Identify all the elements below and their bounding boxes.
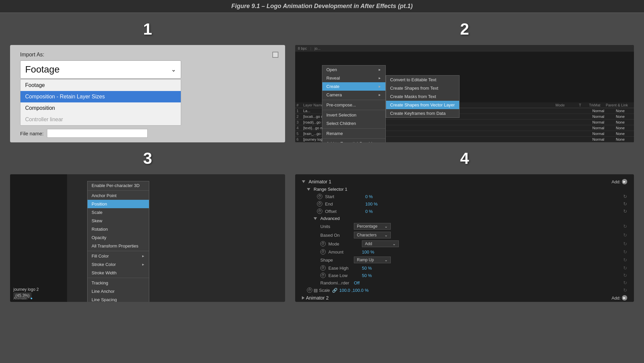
bpc-separator: | <box>310 46 311 50</box>
ease-low-reset-icon[interactable]: ↻ <box>623 273 627 278</box>
units-reset-icon[interactable]: ↻ <box>623 224 627 229</box>
add-button[interactable]: Add: ► <box>611 179 627 184</box>
submenu-item-shapes-from-text[interactable]: Create Shapes from Text <box>386 84 459 92</box>
adv-amount-value[interactable]: 100 % <box>362 249 374 255</box>
panel1-checkbox[interactable] <box>272 52 278 58</box>
ctx-open-arrow-icon: ► <box>378 68 381 72</box>
cm3-item-opacity[interactable]: Opacity <box>88 233 149 242</box>
panel3-animate: (45.3%) journey logo 2 Enable Per-charac… <box>10 174 285 302</box>
cm3-separator1 <box>88 190 149 191</box>
import-as-label: Import As: <box>20 52 275 58</box>
animator2-add-button[interactable]: Add: ► <box>611 295 627 301</box>
cm3-item-line-anchor[interactable]: Line Anchor <box>88 287 149 296</box>
prop-end-value[interactable]: 100 % <box>365 201 623 207</box>
animator1-title: Animator 1 <box>309 179 331 184</box>
amount-reset-icon[interactable]: ↻ <box>623 249 627 255</box>
animate-dot-icon: ● <box>30 296 33 300</box>
mode-reset-icon[interactable]: ↻ <box>623 241 627 246</box>
prop-offset-value[interactable]: 0 % <box>365 209 623 214</box>
submenu-item-masks-from-text[interactable]: Create Masks from Text <box>386 92 459 101</box>
scale-label: Scale <box>319 288 330 293</box>
scale-value[interactable]: 100.0 ,100.0 % <box>339 288 369 293</box>
adv-ease-high-value[interactable]: 50 % <box>362 266 372 271</box>
stopwatch-end-icon: ⏱ <box>317 201 322 207</box>
cm3-item-rotation[interactable]: Rotation <box>88 225 149 233</box>
stopwatch-ease-high-icon: ⏱ <box>320 265 326 271</box>
animator1-collapse-icon[interactable] <box>302 180 305 183</box>
mode-dropdown[interactable]: Add ⌄ <box>362 240 399 247</box>
animator2-row: Animator 2 Add: ► <box>302 294 627 302</box>
submenu-item-keyframes-from-data[interactable]: Create Keyframes from Data <box>386 109 459 118</box>
ctx-create-arrow-icon: ► <box>378 85 381 88</box>
scale-reset-icon[interactable]: ↻ <box>623 287 627 293</box>
cm3-stroke-color-arrow-icon: ► <box>142 263 145 266</box>
section4-number: 4 <box>295 149 634 168</box>
page-title: Figure 9.1 – Logo Animation Development … <box>231 3 413 9</box>
comp-name: jo... <box>315 46 321 50</box>
adv-based-on-label: Based On <box>320 233 354 238</box>
animator2-add-circle-icon: ► <box>622 295 627 301</box>
dropdown-item-footage[interactable]: Footage <box>20 80 181 91</box>
ctx-item-create[interactable]: Create ► <box>322 82 385 91</box>
units-dropdown[interactable]: Percentage ⌄ <box>354 223 391 230</box>
section3-number: 3 <box>10 149 285 168</box>
cm3-item-stroke-width[interactable]: Stroke Width <box>88 269 149 277</box>
cm3-separator3 <box>88 278 149 278</box>
cm3-fill-color-arrow-icon: ► <box>142 254 145 258</box>
advanced-collapse-icon[interactable] <box>314 217 317 220</box>
ctx-item-open[interactable]: Open ► <box>322 65 385 74</box>
ctx-item-reveal[interactable]: Reveal ► <box>322 74 385 82</box>
adv-mode-label: Mode <box>328 241 362 246</box>
prop-start-reset-icon[interactable]: ↻ <box>623 194 627 199</box>
adv-randomize-value[interactable]: Off <box>354 280 360 285</box>
cm3-separator2 <box>88 251 149 251</box>
adv-ease-low-value[interactable]: 50 % <box>362 273 372 278</box>
ctx-item-camera[interactable]: Camera ► <box>322 91 385 99</box>
scale-row: ⏱ ▤ Scale 🔗 100.0 ,100.0 % ↻ <box>302 286 627 294</box>
dropdown-item-composition-retain[interactable]: Composition - Retain Layer Sizes <box>20 91 181 102</box>
animator2-expand-icon[interactable] <box>302 296 305 300</box>
cm3-item-fill-color[interactable]: Fill Color ► <box>88 252 149 260</box>
prop-end-reset-icon[interactable]: ↻ <box>623 201 627 207</box>
cm3-item-scale[interactable]: Scale <box>88 208 149 217</box>
adv-randomize-label: Randomi...rder <box>320 280 354 285</box>
cm3-item-stroke-color[interactable]: Stroke Color ► <box>88 260 149 269</box>
cm3-item-skew[interactable]: Skew <box>88 217 149 225</box>
animator1-header: Animator 1 Add: ► <box>302 178 627 186</box>
ctx-item-rename[interactable]: Rename <box>322 129 385 138</box>
ctx-item-invert-selection[interactable]: Invert Selection <box>322 111 385 119</box>
cm3-item-anchor-point[interactable]: Anchor Point <box>88 191 149 200</box>
scale-link-icon: 🔗 <box>332 288 337 293</box>
cm3-item-position[interactable]: Position <box>88 200 149 208</box>
range-selector-title: Range Selector 1 <box>314 187 347 192</box>
ctx-item-precompose[interactable]: Pre-compose... <box>322 101 385 109</box>
dropdown-item-controller[interactable]: Controller linear <box>20 114 181 125</box>
adv-units-label: Units <box>320 224 354 229</box>
based-on-chevron-icon: ⌄ <box>384 233 388 237</box>
submenu-item-editable-text[interactable]: Convert to Editable Text <box>386 76 459 84</box>
prop-start-value[interactable]: 0 % <box>365 194 623 199</box>
ease-high-reset-icon[interactable]: ↻ <box>623 265 627 271</box>
randomize-reset-icon[interactable]: ↻ <box>623 280 627 285</box>
based-on-reset-icon[interactable]: ↻ <box>623 232 627 238</box>
based-on-dropdown[interactable]: Characters ⌄ <box>354 232 391 238</box>
ctx-separator1 <box>322 100 385 100</box>
cm3-item-line-spacing[interactable]: Line Spacing <box>88 296 149 302</box>
import-as-dropdown[interactable]: Footage ⌄ <box>20 60 181 79</box>
animate-label: Animate: ● <box>13 296 33 300</box>
cm3-item-tracking[interactable]: Tracking <box>88 279 149 287</box>
range-selector-collapse-icon[interactable] <box>307 188 310 191</box>
cm3-item-per-character[interactable]: Enable Per-character 3D <box>88 181 149 190</box>
dropdown-item-composition[interactable]: Composition <box>20 102 181 114</box>
ctx-item-select-children[interactable]: Select Children <box>322 119 385 128</box>
shape-reset-icon[interactable]: ↻ <box>623 257 627 263</box>
prop-offset-reset-icon[interactable]: ↻ <box>623 209 627 214</box>
ctx-item-add-essential[interactable]: Add to Essential Graphics <box>322 139 385 142</box>
animator2-title: Animator 2 <box>306 295 329 301</box>
ctx-reveal-arrow-icon: ► <box>378 76 381 80</box>
shape-dropdown[interactable]: Ramp Up ⌄ <box>354 257 391 263</box>
submenu-item-shapes-from-vector[interactable]: Create Shapes from Vector Layer <box>386 101 459 109</box>
adv-row-units: Units Percentage ⌄ ↻ <box>307 222 627 231</box>
cm3-item-all-transform[interactable]: All Transform Properties <box>88 242 149 250</box>
file-name-input[interactable] <box>47 129 148 138</box>
